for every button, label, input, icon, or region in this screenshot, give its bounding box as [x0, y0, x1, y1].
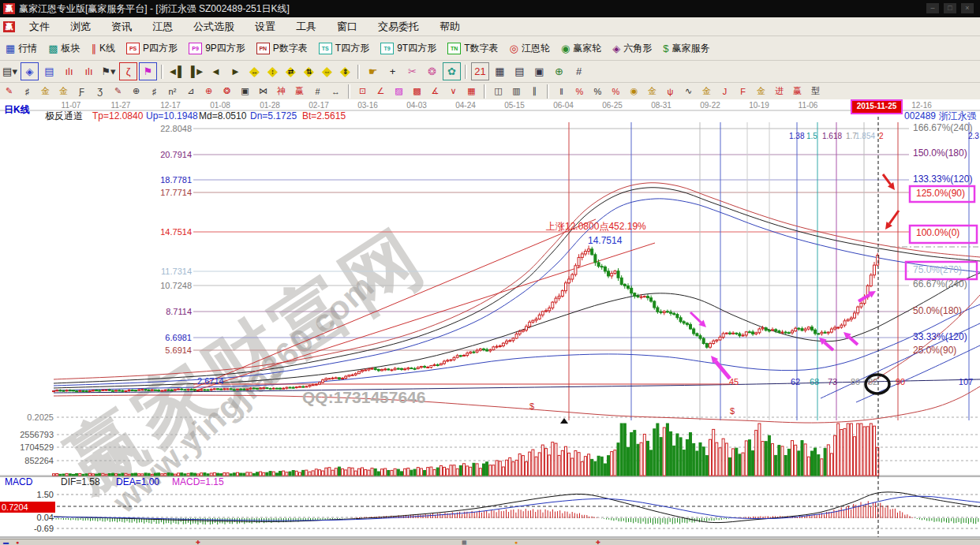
zoom-all-button[interactable]: ◆⇔	[319, 63, 335, 80]
kline-button[interactable]: ∥K线	[86, 42, 122, 55]
zoom-v-button[interactable]: ◆↕	[264, 63, 281, 80]
check-tool[interactable]: ∨	[445, 84, 462, 99]
j-angle-tool[interactable]: J	[716, 84, 733, 99]
menu-item-资讯[interactable]: 资讯	[101, 20, 142, 34]
pencil-tool[interactable]: ✎	[1, 84, 17, 99]
notes-button[interactable]: ▤	[511, 62, 529, 80]
coin-line-tool[interactable]: 金	[644, 84, 660, 99]
gold-comb-tool[interactable]: 金	[37, 84, 54, 99]
last-bar-button[interactable]: ▐►	[187, 62, 205, 80]
box-corner-tool[interactable]: ⊡	[354, 84, 371, 99]
save-button[interactable]: ▣	[530, 62, 548, 80]
menu-item-工具[interactable]: 工具	[286, 20, 327, 34]
xing-tool[interactable]: 型	[807, 84, 824, 99]
gann-net-button[interactable]: ◈	[21, 62, 39, 80]
menu-item-公式选股[interactable]: 公式选股	[183, 20, 245, 34]
grid-dense-tool[interactable]: ▥	[508, 84, 525, 99]
chart9-button[interactable]: ılı	[80, 62, 98, 80]
f-angle-tool[interactable]: F	[735, 84, 751, 99]
paint-button[interactable]: ❂	[423, 62, 441, 80]
gann-wheel-button[interactable]: ◎江恩轮	[504, 42, 555, 55]
p-square-button[interactable]: PSP四方形	[121, 42, 183, 55]
web-tool[interactable]: ❂	[219, 84, 235, 99]
network-button[interactable]: ⊕	[550, 62, 568, 80]
gold-line-tool[interactable]: 金	[698, 84, 715, 99]
terminal-button[interactable]: #	[570, 62, 588, 80]
kline-style-button[interactable]: ▤▾	[1, 62, 19, 80]
crosshair-button[interactable]: +	[383, 62, 402, 80]
f-comb-tool[interactable]: Ƒ	[73, 84, 90, 99]
prev-bar-button[interactable]: ◄	[207, 62, 225, 80]
pattern-button[interactable]: ζ	[119, 62, 137, 80]
circle-tool[interactable]: ⊕	[128, 84, 144, 99]
chart-area[interactable]: 赢家财富网 www.yingjia360.com 日K线11-0711-2712…	[0, 99, 980, 539]
box-hatch-tool[interactable]: ▩	[409, 84, 425, 99]
t-table-button[interactable]: TNT数字表	[442, 42, 503, 55]
grid-circle-tool[interactable]: ◫	[490, 84, 507, 99]
n2-tool[interactable]: n²	[164, 84, 181, 99]
menu-item-文件[interactable]: 文件	[19, 20, 60, 34]
first-bar-button[interactable]: ◄▌	[167, 62, 185, 80]
sectors-button[interactable]: ▩板块	[43, 42, 85, 55]
9t-square-button[interactable]: T99T四方形	[375, 42, 442, 55]
scissors-button[interactable]: ✂	[403, 62, 421, 80]
calendar-button[interactable]: 21	[471, 62, 489, 80]
angle-fan-tool[interactable]: ∡	[427, 84, 443, 99]
winner-service-button[interactable]: $赢家服务	[657, 42, 715, 55]
pct-tool[interactable]: %	[589, 84, 606, 99]
pct-strike-tool[interactable]: %	[571, 84, 588, 99]
minimize-button[interactable]: –	[926, 3, 939, 13]
t-square-button[interactable]: TST四方形	[313, 42, 375, 55]
coin-tool[interactable]: ◉	[626, 84, 642, 99]
calculator-button[interactable]: ▦	[491, 62, 509, 80]
maximize-button[interactable]: □	[944, 3, 956, 13]
square-spiral-tool[interactable]: ▣	[237, 84, 253, 99]
smart-button[interactable]: ✿	[443, 62, 461, 80]
chart3-button[interactable]: ılı	[60, 62, 78, 80]
menu-item-设置[interactable]: 设置	[245, 20, 286, 34]
ying2-tool[interactable]: 赢	[789, 84, 806, 99]
next-bar-button[interactable]: ►	[226, 62, 245, 80]
jin-tool[interactable]: 进	[771, 84, 787, 99]
pct-line-tool[interactable]: %	[608, 84, 624, 99]
ying-tool[interactable]: 赢	[291, 84, 308, 99]
color-flag-button[interactable]: ⚑	[139, 62, 157, 80]
width-tool[interactable]: ↔	[327, 84, 344, 99]
spiral-tool[interactable]: Ʒ	[92, 84, 108, 99]
zoom-h-button[interactable]: ◆↔	[246, 63, 263, 80]
balance-tool[interactable]: ψ	[662, 84, 679, 99]
menu-item-浏览[interactable]: 浏览	[60, 20, 101, 34]
chart-canvas[interactable]	[0, 99, 980, 539]
menu-item-窗口[interactable]: 窗口	[327, 20, 368, 34]
ruler-tool[interactable]: #	[309, 84, 326, 99]
wave-tool[interactable]: ∿	[680, 84, 697, 99]
box-cross-tool[interactable]: ▨	[391, 84, 407, 99]
close-button[interactable]: ×	[961, 3, 974, 13]
gold-comb2-tool[interactable]: 金	[55, 84, 72, 99]
p-table-button[interactable]: PNP数字表	[251, 42, 313, 55]
comb-tool[interactable]: ♯	[19, 84, 36, 99]
flag-button[interactable]: ⚑▾	[99, 62, 118, 80]
gold-angle-tool[interactable]: 金	[753, 84, 769, 99]
compress-button[interactable]: ◆⇄	[282, 63, 299, 80]
fan-tool[interactable]: ∠	[372, 84, 389, 99]
angle-tool[interactable]: ⊿	[182, 84, 199, 99]
menu-item-交易委托[interactable]: 交易委托	[368, 20, 429, 34]
9p-square-button[interactable]: P99P四方形	[183, 42, 251, 55]
winner-wheel-button[interactable]: ◉赢家轮	[555, 42, 607, 55]
quotes-button[interactable]: ▦行情	[0, 42, 43, 55]
info-panel-button[interactable]: ▤	[40, 62, 58, 80]
target-tool[interactable]: ⊕	[200, 84, 217, 99]
restore-button[interactable]: ◆⇕	[337, 63, 353, 80]
diag-tool[interactable]: ∥	[526, 84, 543, 99]
kpattern-tool[interactable]: ⋈	[255, 84, 271, 99]
stretch-button[interactable]: ◆⇅	[301, 63, 317, 80]
comb2-tool[interactable]: ♯	[146, 84, 163, 99]
hand-button[interactable]: ☛	[364, 62, 382, 80]
vbars-tool[interactable]: ǁ	[553, 84, 570, 99]
menu-item-帮助[interactable]: 帮助	[429, 20, 470, 34]
hexagon-button[interactable]: ◈六角形	[607, 42, 657, 55]
pencil2-tool[interactable]: ✎	[110, 84, 126, 99]
menu-item-江恩[interactable]: 江恩	[142, 20, 183, 34]
grid-tool[interactable]: ▦	[463, 84, 480, 99]
